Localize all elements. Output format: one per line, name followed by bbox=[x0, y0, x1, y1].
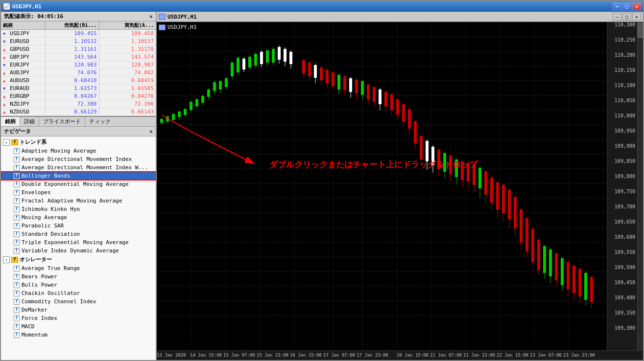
svg-rect-103 bbox=[367, 85, 370, 99]
chart-scrollbar[interactable] bbox=[637, 22, 643, 350]
item-indicator-icon: f bbox=[14, 291, 20, 296]
svg-rect-47 bbox=[195, 99, 198, 106]
expand-icon[interactable]: - bbox=[3, 139, 10, 146]
tree-item[interactable]: f DeMarker bbox=[1, 306, 156, 314]
ticker-bid: 74.876 bbox=[45, 69, 99, 77]
ticker-symbol: ▼ USDJPY bbox=[1, 30, 45, 38]
ticker-symbol: ▼ EURAUD bbox=[1, 85, 45, 92]
ticker-row[interactable]: ▲ AUDJPY 74.876 74.882 bbox=[1, 69, 156, 77]
chart-close-button[interactable]: ✕ bbox=[632, 13, 641, 21]
ticker-row[interactable]: ▼ USDJPY 109.455 109.458 bbox=[1, 30, 156, 38]
item-label: Commodity Channel Index bbox=[22, 298, 96, 305]
tree-item[interactable]: f Chaikin Oscillator bbox=[1, 289, 156, 297]
svg-rect-99 bbox=[355, 80, 358, 93]
tree-item[interactable]: f Force Index bbox=[1, 314, 156, 322]
item-label: Ichimoku Kinko Hyo bbox=[22, 206, 80, 212]
tree-item[interactable]: f Average Directional Movement Index W..… bbox=[1, 163, 156, 172]
price-label: 109,500 bbox=[615, 265, 636, 270]
tree-item[interactable]: f Average True Range bbox=[1, 264, 156, 272]
ticker-ask: 1.61585 bbox=[99, 85, 156, 92]
tree-item[interactable]: f Momentum bbox=[1, 331, 156, 339]
chart-maximize-button[interactable]: □ bbox=[622, 13, 631, 21]
ticker-row[interactable]: ▲ GBPUSD 1.31161 1.31170 bbox=[1, 45, 156, 53]
tab-tick[interactable]: ティック bbox=[85, 117, 115, 126]
price-label: 109,650 bbox=[615, 219, 636, 225]
ticker-row[interactable]: ▼ EURJPY 120.983 120.987 bbox=[1, 61, 156, 69]
svg-rect-133 bbox=[455, 159, 458, 177]
ticker-row[interactable]: ▼ EURUSD 1.10532 1.10537 bbox=[1, 38, 156, 45]
ticker-row[interactable]: ▼ EURAUD 1.61573 1.61585 bbox=[1, 85, 156, 92]
tree-item[interactable]: f MACD bbox=[1, 322, 156, 331]
price-label: 110,000 bbox=[615, 113, 636, 118]
price-label: 110,300 bbox=[615, 22, 636, 27]
tree-item[interactable]: f Envelopes bbox=[1, 188, 156, 197]
ticker-ask: 72.390 bbox=[99, 100, 156, 108]
tree-item[interactable]: f Average Directional Movement Index bbox=[1, 155, 156, 163]
ticker-ask: 1.10537 bbox=[99, 38, 156, 45]
ticker-row[interactable]: ▲ AUDUSD 0.68410 0.68419 bbox=[1, 77, 156, 85]
minimize-button[interactable]: — bbox=[613, 2, 621, 10]
maximize-button[interactable]: □ bbox=[622, 2, 631, 10]
ticker-title: 気配値表示: 04:05:16 bbox=[4, 13, 63, 20]
svg-rect-69 bbox=[260, 52, 263, 64]
ticker-bid: 72.380 bbox=[45, 100, 99, 108]
ticker-row[interactable]: ▲ GBPJPY 143.564 143.574 bbox=[1, 53, 156, 61]
item-label: Bulls Power bbox=[22, 282, 57, 288]
svg-rect-117 bbox=[408, 109, 411, 129]
tree-item[interactable]: f Bears Power bbox=[1, 272, 156, 281]
navigator-tree[interactable]: - f トレンド系 f Adaptive Moving Average f Av… bbox=[1, 136, 156, 360]
item-indicator-icon: f bbox=[14, 215, 20, 221]
tree-item[interactable]: f Fractal Adaptive Moving Average bbox=[1, 197, 156, 205]
price-label: 109,750 bbox=[615, 189, 636, 194]
tree-item[interactable]: f Triple Exponential Moving Average bbox=[1, 238, 156, 247]
tree-item[interactable]: f Moving Average bbox=[1, 213, 156, 222]
chart-title-area: USDJPY,H1 bbox=[159, 14, 197, 20]
tree-item[interactable]: f Commodity Channel Index bbox=[1, 297, 156, 306]
tree-item[interactable]: f Bollinger Bands bbox=[1, 172, 156, 180]
item-indicator-icon: f bbox=[14, 248, 20, 254]
chart-minimize-button[interactable]: — bbox=[613, 13, 621, 21]
chart-label: USDJPY,H1 bbox=[167, 14, 197, 20]
close-button[interactable]: ✕ bbox=[632, 2, 641, 10]
item-indicator-icon: f bbox=[14, 332, 20, 338]
item-indicator-icon: f bbox=[14, 266, 20, 271]
tree-item[interactable]: f Adaptive Moving Average bbox=[1, 147, 156, 155]
ticker-row[interactable]: ▲ NZDJPY 72.380 72.390 bbox=[1, 100, 156, 108]
svg-rect-155 bbox=[520, 209, 523, 243]
tree-section-header-oscillator[interactable]: - f オシレーター bbox=[1, 255, 156, 264]
navigator-close-button[interactable]: × bbox=[149, 128, 153, 135]
ticker-symbol: ▲ AUDJPY bbox=[1, 69, 45, 77]
svg-rect-35 bbox=[160, 119, 163, 123]
tree-item[interactable]: f Standard Deviation bbox=[1, 230, 156, 238]
ticker-ask: 143.574 bbox=[99, 53, 156, 61]
svg-rect-161 bbox=[537, 240, 540, 270]
tab-priceboard[interactable]: プライスボード bbox=[39, 117, 85, 126]
ticker-symbol: ▲ EURGBP bbox=[1, 92, 45, 100]
svg-rect-83 bbox=[308, 63, 311, 76]
item-indicator-icon: f bbox=[14, 307, 20, 313]
expand-icon[interactable]: - bbox=[3, 256, 10, 263]
time-label: 17 Jan 07:00 bbox=[323, 353, 355, 358]
item-indicator-icon: f bbox=[14, 181, 20, 187]
chart-canvas[interactable]: USDJPY,H1 bbox=[157, 22, 607, 350]
ticker-symbol: ▲ NZDJPY bbox=[1, 100, 45, 108]
chart-panel: USDJPY,H1 — □ ✕ USDJPY,H1 bbox=[157, 12, 643, 360]
item-label: Double Exponential Moving Average bbox=[22, 181, 129, 187]
ticker-row[interactable]: ▲ NZDUSD 0.66129 0.66143 bbox=[1, 108, 156, 116]
svg-rect-179 bbox=[590, 277, 593, 302]
tree-item[interactable]: f Double Exponential Moving Average bbox=[1, 180, 156, 188]
tree-item[interactable]: f Variable Index Dynamic Average bbox=[1, 247, 156, 255]
svg-rect-157 bbox=[525, 218, 528, 251]
ticker-bid: 109.455 bbox=[45, 30, 99, 38]
tree-item[interactable]: f Ichimoku Kinko Hyo bbox=[1, 205, 156, 213]
ticker-close-button[interactable]: × bbox=[149, 13, 153, 20]
tree-item[interactable]: f Bulls Power bbox=[1, 281, 156, 289]
tab-detail[interactable]: 詳細 bbox=[20, 117, 39, 126]
svg-rect-173 bbox=[572, 266, 575, 293]
tab-symbol[interactable]: 銘柄 bbox=[1, 117, 20, 126]
ticker-row[interactable]: ▲ EURGBP 0.84267 0.84276 bbox=[1, 92, 156, 100]
price-label: 110,200 bbox=[615, 52, 636, 58]
svg-rect-113 bbox=[396, 99, 399, 115]
tree-item[interactable]: f Parabolic SAR bbox=[1, 222, 156, 230]
tree-section-header-trend[interactable]: - f トレンド系 bbox=[1, 137, 156, 147]
